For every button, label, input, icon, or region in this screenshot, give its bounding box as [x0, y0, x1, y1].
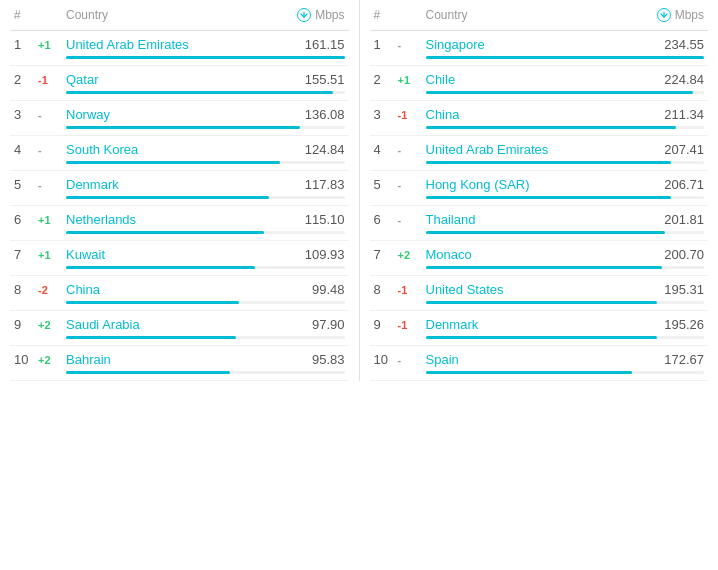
speed-bar [66, 196, 269, 199]
mbps-value: 117.83 [305, 177, 345, 192]
speed-bar [66, 161, 280, 164]
country-name[interactable]: Denmark [426, 317, 665, 332]
left-table-header: # Country Mbps [10, 0, 349, 31]
right-mbps-header: Mbps [657, 8, 704, 22]
country-name[interactable]: United Arab Emirates [66, 37, 305, 52]
left-table-body: 1 +1 United Arab Emirates 161.15 2 -1 Qa… [10, 31, 349, 381]
country-name[interactable]: Chile [426, 72, 665, 87]
mbps-value: 172.67 [664, 352, 704, 367]
mbps-value: 206.71 [664, 177, 704, 192]
table-row: 9 +2 Saudi Arabia 97.90 [10, 311, 349, 346]
bar-container [426, 56, 705, 59]
mbps-value: 234.55 [664, 37, 704, 52]
country-name[interactable]: Denmark [66, 177, 305, 192]
bar-container [66, 196, 345, 199]
speed-bar [426, 266, 663, 269]
bar-container [66, 161, 345, 164]
country-name[interactable]: Singapore [426, 37, 665, 52]
rank-change: -2 [38, 284, 66, 296]
country-name[interactable]: United States [426, 282, 665, 297]
rank-change: - [398, 39, 426, 51]
rank-change: +2 [398, 249, 426, 261]
speed-bar [426, 231, 666, 234]
bar-container [426, 301, 705, 304]
rank-change: -1 [398, 319, 426, 331]
rank-change: -1 [398, 284, 426, 296]
rank-change: +1 [38, 39, 66, 51]
download-icon [297, 8, 311, 22]
rank-number: 10 [374, 352, 398, 367]
table-row: 9 -1 Denmark 195.26 [370, 311, 709, 346]
country-name[interactable]: Thailand [426, 212, 665, 227]
country-name[interactable]: Bahrain [66, 352, 312, 367]
mbps-value: 161.15 [305, 37, 345, 52]
rank-number: 5 [374, 177, 398, 192]
rank-number: 8 [14, 282, 38, 297]
table-row: 2 +1 Chile 224.84 [370, 66, 709, 101]
rank-change: - [398, 179, 426, 191]
rank-number: 10 [14, 352, 38, 367]
mbps-value: 201.81 [664, 212, 704, 227]
bar-container [426, 266, 705, 269]
bar-container [66, 231, 345, 234]
country-name[interactable]: Monaco [426, 247, 665, 262]
table-row: 1 +1 United Arab Emirates 161.15 [10, 31, 349, 66]
rank-number: 2 [374, 72, 398, 87]
rank-change: - [38, 109, 66, 121]
right-table-header: # Country Mbps [370, 0, 709, 31]
mbps-value: 155.51 [305, 72, 345, 87]
speed-bar [66, 126, 300, 129]
country-name[interactable]: Kuwait [66, 247, 305, 262]
mbps-value: 115.10 [305, 212, 345, 227]
right-table: # Country Mbps 1 - Singapore 234.55 [360, 0, 719, 381]
rank-number: 7 [14, 247, 38, 262]
table-row: 8 -2 China 99.48 [10, 276, 349, 311]
bar-container [426, 231, 705, 234]
country-name[interactable]: Hong Kong (SAR) [426, 177, 665, 192]
rank-number: 2 [14, 72, 38, 87]
speed-bar [426, 336, 657, 339]
rank-change: +1 [38, 249, 66, 261]
speed-bar [66, 231, 264, 234]
rank-number: 4 [374, 142, 398, 157]
mbps-value: 136.08 [305, 107, 345, 122]
country-name[interactable]: United Arab Emirates [426, 142, 665, 157]
country-name[interactable]: Netherlands [66, 212, 305, 227]
speed-bar [66, 336, 236, 339]
country-name[interactable]: Qatar [66, 72, 305, 87]
rank-number: 5 [14, 177, 38, 192]
speed-bar [426, 161, 671, 164]
table-row: 5 - Denmark 117.83 [10, 171, 349, 206]
table-row: 7 +1 Kuwait 109.93 [10, 241, 349, 276]
table-row: 3 - Norway 136.08 [10, 101, 349, 136]
speed-bar [426, 91, 693, 94]
country-name[interactable]: Saudi Arabia [66, 317, 312, 332]
rank-change: - [398, 354, 426, 366]
country-name[interactable]: China [66, 282, 312, 297]
table-row: 4 - United Arab Emirates 207.41 [370, 136, 709, 171]
country-name[interactable]: Norway [66, 107, 305, 122]
rank-change: - [398, 214, 426, 226]
mbps-value: 211.34 [664, 107, 704, 122]
rank-change: -1 [38, 74, 66, 86]
rank-number: 3 [374, 107, 398, 122]
bar-container [426, 161, 705, 164]
country-name[interactable]: China [426, 107, 665, 122]
table-row: 3 -1 China 211.34 [370, 101, 709, 136]
table-row: 4 - South Korea 124.84 [10, 136, 349, 171]
country-name[interactable]: South Korea [66, 142, 305, 157]
left-rank-header: # [14, 8, 38, 22]
mbps-value: 195.26 [664, 317, 704, 332]
mbps-value: 109.93 [305, 247, 345, 262]
rank-change: +1 [398, 74, 426, 86]
rank-change: -1 [398, 109, 426, 121]
rank-number: 1 [374, 37, 398, 52]
bar-container [426, 126, 705, 129]
left-mbps-header: Mbps [297, 8, 344, 22]
rank-number: 7 [374, 247, 398, 262]
bar-container [66, 56, 345, 59]
country-name[interactable]: Spain [426, 352, 665, 367]
table-row: 5 - Hong Kong (SAR) 206.71 [370, 171, 709, 206]
speed-bar [426, 196, 671, 199]
table-row: 6 +1 Netherlands 115.10 [10, 206, 349, 241]
